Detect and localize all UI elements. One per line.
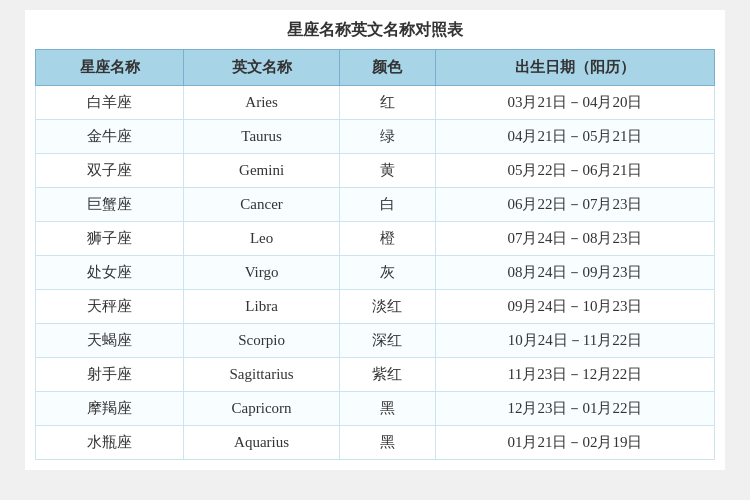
table-cell-5-0: 处女座 — [36, 256, 184, 290]
table-cell-4-1: Leo — [184, 222, 340, 256]
table-row: 天蝎座Scorpio深红10月24日－11月22日 — [36, 324, 715, 358]
table-cell-8-2: 紫红 — [339, 358, 435, 392]
table-cell-10-3: 01月21日－02月19日 — [435, 426, 714, 460]
table-cell-10-0: 水瓶座 — [36, 426, 184, 460]
table-row: 双子座Gemini黄05月22日－06月21日 — [36, 154, 715, 188]
main-container: 星座名称英文名称对照表 星座名称 英文名称 颜色 出生日期（阳历） 白羊座Ari… — [25, 10, 725, 470]
table-cell-0-2: 红 — [339, 86, 435, 120]
table-cell-7-2: 深红 — [339, 324, 435, 358]
table-cell-9-3: 12月23日－01月22日 — [435, 392, 714, 426]
table-cell-8-1: Sagittarius — [184, 358, 340, 392]
table-cell-6-0: 天秤座 — [36, 290, 184, 324]
table-cell-5-1: Virgo — [184, 256, 340, 290]
table-cell-0-1: Aries — [184, 86, 340, 120]
table-cell-4-3: 07月24日－08月23日 — [435, 222, 714, 256]
table-cell-7-0: 天蝎座 — [36, 324, 184, 358]
table-cell-3-3: 06月22日－07月23日 — [435, 188, 714, 222]
table-cell-8-0: 射手座 — [36, 358, 184, 392]
table-cell-1-0: 金牛座 — [36, 120, 184, 154]
table-cell-1-2: 绿 — [339, 120, 435, 154]
table-cell-10-2: 黑 — [339, 426, 435, 460]
table-cell-6-1: Libra — [184, 290, 340, 324]
table-row: 白羊座Aries红03月21日－04月20日 — [36, 86, 715, 120]
table-row: 处女座Virgo灰08月24日－09月23日 — [36, 256, 715, 290]
col-header-color: 颜色 — [339, 50, 435, 86]
table-cell-2-1: Gemini — [184, 154, 340, 188]
table-row: 金牛座Taurus绿04月21日－05月21日 — [36, 120, 715, 154]
table-cell-3-1: Cancer — [184, 188, 340, 222]
table-cell-3-2: 白 — [339, 188, 435, 222]
table-cell-7-1: Scorpio — [184, 324, 340, 358]
table-row: 摩羯座Capricorn黑12月23日－01月22日 — [36, 392, 715, 426]
table-row: 狮子座Leo橙07月24日－08月23日 — [36, 222, 715, 256]
table-cell-2-3: 05月22日－06月21日 — [435, 154, 714, 188]
table-cell-6-2: 淡红 — [339, 290, 435, 324]
table-header-row: 星座名称 英文名称 颜色 出生日期（阳历） — [36, 50, 715, 86]
table-cell-2-0: 双子座 — [36, 154, 184, 188]
col-header-chinese: 星座名称 — [36, 50, 184, 86]
col-header-date: 出生日期（阳历） — [435, 50, 714, 86]
table-cell-0-3: 03月21日－04月20日 — [435, 86, 714, 120]
table-cell-5-3: 08月24日－09月23日 — [435, 256, 714, 290]
table-cell-0-0: 白羊座 — [36, 86, 184, 120]
table-cell-9-0: 摩羯座 — [36, 392, 184, 426]
table-cell-4-2: 橙 — [339, 222, 435, 256]
table-cell-9-2: 黑 — [339, 392, 435, 426]
table-cell-7-3: 10月24日－11月22日 — [435, 324, 714, 358]
table-cell-9-1: Capricorn — [184, 392, 340, 426]
table-cell-10-1: Aquarius — [184, 426, 340, 460]
table-row: 水瓶座Aquarius黑01月21日－02月19日 — [36, 426, 715, 460]
table-cell-8-3: 11月23日－12月22日 — [435, 358, 714, 392]
zodiac-table: 星座名称 英文名称 颜色 出生日期（阳历） 白羊座Aries红03月21日－04… — [35, 49, 715, 460]
table-row: 巨蟹座Cancer白06月22日－07月23日 — [36, 188, 715, 222]
col-header-english: 英文名称 — [184, 50, 340, 86]
table-cell-1-3: 04月21日－05月21日 — [435, 120, 714, 154]
table-cell-6-3: 09月24日－10月23日 — [435, 290, 714, 324]
table-cell-1-1: Taurus — [184, 120, 340, 154]
table-cell-4-0: 狮子座 — [36, 222, 184, 256]
table-row: 射手座Sagittarius紫红11月23日－12月22日 — [36, 358, 715, 392]
table-cell-2-2: 黄 — [339, 154, 435, 188]
page-title: 星座名称英文名称对照表 — [35, 20, 715, 41]
table-cell-3-0: 巨蟹座 — [36, 188, 184, 222]
table-cell-5-2: 灰 — [339, 256, 435, 290]
table-row: 天秤座Libra淡红09月24日－10月23日 — [36, 290, 715, 324]
